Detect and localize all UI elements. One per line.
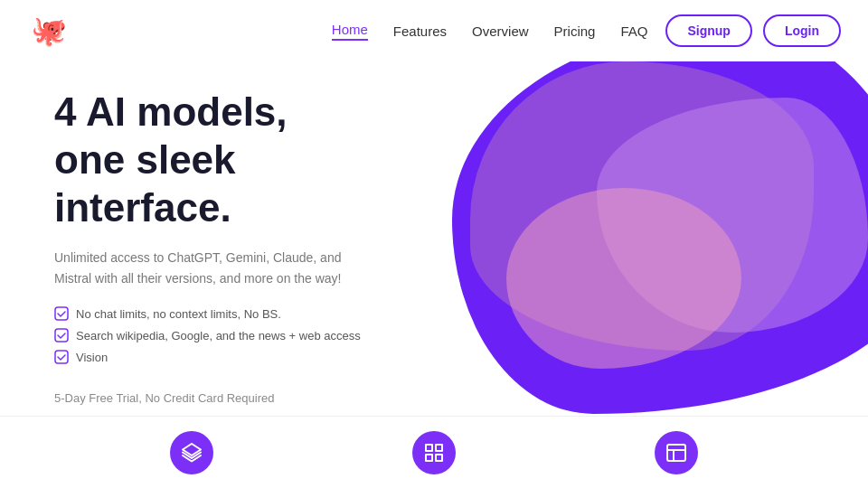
hero-section: 4 AI models,one sleekinterface. Unlimite… [0, 61, 868, 459]
svg-rect-7 [436, 455, 442, 461]
svg-rect-6 [426, 455, 432, 461]
feature-list: No chat limits, no context limits, No BS… [54, 306, 443, 364]
bottom-icon-window [655, 431, 698, 474]
svg-rect-1 [55, 329, 68, 342]
svg-rect-2 [55, 351, 68, 363]
hero-content: 4 AI models,one sleekinterface. Unlimite… [54, 80, 443, 459]
svg-rect-8 [667, 445, 685, 461]
feature-item-1: No chat limits, no context limits, No BS… [54, 306, 443, 321]
nav-features[interactable]: Features [393, 23, 447, 39]
hero-subtitle: Unlimited access to ChatGPT, Gemini, Cla… [54, 248, 344, 288]
navbar: 🐙 Home Features Overview Pricing FAQ Sig… [0, 0, 868, 61]
check-icon-3 [54, 350, 69, 364]
nav-buttons: Signup Login [665, 14, 841, 47]
nav-home[interactable]: Home [332, 22, 368, 41]
feature-item-2: Search wikipedia, Google, and the news +… [54, 328, 443, 343]
hero-title: 4 AI models,one sleekinterface. [54, 89, 443, 231]
svg-rect-5 [436, 445, 442, 451]
layers-icon [170, 431, 213, 474]
grid-icon [412, 431, 456, 474]
check-icon-1 [54, 306, 69, 321]
feature-item-3: Vision [54, 350, 443, 364]
svg-rect-0 [55, 307, 68, 320]
bottom-icon-layers [170, 431, 213, 474]
logo[interactable]: 🐙 [27, 9, 71, 52]
trial-text: 5-Day Free Trial, No Credit Card Require… [54, 391, 443, 405]
bottom-icons-row [0, 416, 868, 488]
svg-rect-4 [426, 445, 432, 451]
nav-overview[interactable]: Overview [472, 23, 529, 39]
signup-button[interactable]: Signup [665, 14, 751, 47]
nav-pricing[interactable]: Pricing [554, 23, 596, 39]
bottom-icon-grid [412, 431, 456, 474]
window-icon [655, 431, 698, 474]
nav-links: Home Features Overview Pricing FAQ [332, 22, 648, 41]
check-icon-2 [54, 328, 69, 343]
logo-icon: 🐙 [27, 9, 71, 52]
login-button[interactable]: Login [763, 14, 841, 47]
nav-faq[interactable]: FAQ [620, 23, 647, 39]
